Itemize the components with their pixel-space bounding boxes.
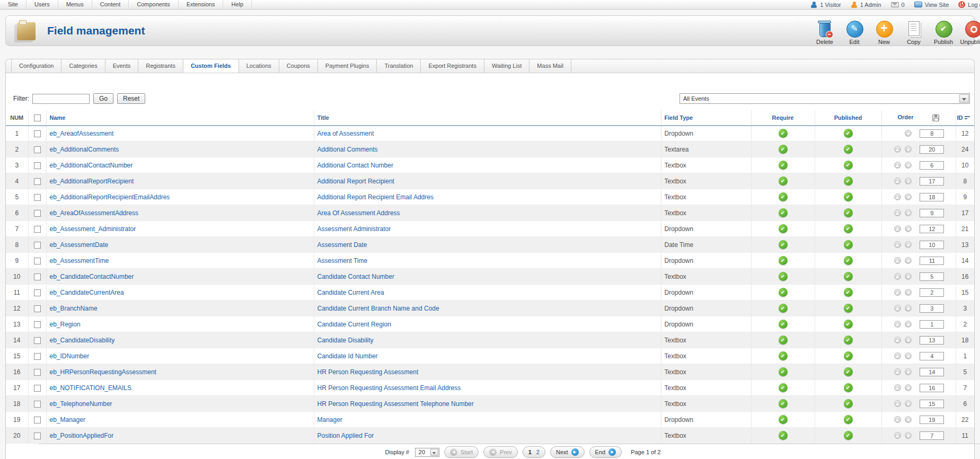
field-title-link[interactable]: Manager	[317, 416, 342, 423]
row-checkbox[interactable]	[34, 130, 41, 137]
require-check-icon[interactable]	[779, 224, 788, 233]
require-check-icon[interactable]	[779, 383, 788, 392]
order-input[interactable]: 11	[920, 257, 944, 265]
move-down-button[interactable]	[905, 416, 912, 423]
move-down-button[interactable]	[905, 146, 912, 153]
move-down-button[interactable]	[905, 384, 912, 391]
row-checkbox[interactable]	[34, 194, 41, 201]
field-name-link[interactable]: eb_AdditionalReportRecipientEmailAddres	[50, 193, 170, 201]
move-down-button[interactable]	[905, 273, 912, 280]
field-name-link[interactable]: eb_Region	[50, 321, 81, 328]
move-up-button[interactable]	[894, 273, 901, 280]
row-checkbox[interactable]	[34, 210, 41, 217]
visitors-status[interactable]: 1 Visitor	[810, 2, 841, 8]
move-down-button[interactable]	[905, 209, 912, 216]
tab[interactable]: Configuration	[11, 59, 61, 73]
display-count-select[interactable]: 20	[415, 448, 439, 457]
top-menu-item[interactable]: Content	[92, 0, 129, 9]
tab[interactable]: Categories	[61, 59, 105, 73]
row-checkbox[interactable]	[34, 258, 41, 264]
top-menu-item[interactable]: Site	[0, 0, 27, 9]
tab[interactable]: Mass Mail	[529, 59, 571, 73]
field-title-link[interactable]: Position Applied For	[317, 432, 374, 439]
tab[interactable]: Events	[105, 59, 139, 73]
field-name-link[interactable]: eb_PositionAppliedFor	[50, 432, 114, 439]
published-check-icon[interactable]	[844, 336, 853, 345]
prev-button[interactable]: Prev	[483, 446, 518, 458]
row-checkbox[interactable]	[34, 432, 41, 439]
edit-button[interactable]: Edit	[840, 20, 869, 45]
published-check-icon[interactable]	[844, 129, 853, 138]
field-title-link[interactable]: Candidate Current Region	[317, 321, 391, 328]
published-check-icon[interactable]	[844, 224, 853, 233]
move-down-button[interactable]	[905, 225, 912, 232]
field-title-link[interactable]: Candidate Current Branch Name and Code	[317, 305, 439, 312]
order-input[interactable]: 4	[920, 352, 944, 360]
field-name-link[interactable]: eb_AdditionalContactNumber	[50, 162, 133, 169]
order-input[interactable]: 3	[920, 304, 944, 313]
move-down-button[interactable]	[905, 400, 912, 407]
publish-button[interactable]: Publish	[929, 20, 958, 45]
move-down-button[interactable]	[905, 241, 912, 248]
unpublish-button[interactable]: Unpublish	[958, 20, 980, 45]
top-menu-item[interactable]: Users	[27, 0, 58, 9]
move-down-button[interactable]	[905, 305, 912, 312]
order-input[interactable]: 19	[920, 416, 944, 424]
require-check-icon[interactable]	[779, 351, 788, 360]
field-title-link[interactable]: Candidate Id Number	[317, 352, 378, 360]
field-name-link[interactable]: eb_Manager	[50, 416, 85, 423]
field-title-link[interactable]: Additional Report Recipient Email Addres	[317, 193, 434, 201]
published-check-icon[interactable]	[844, 367, 853, 376]
save-order-icon[interactable]	[932, 114, 939, 121]
row-checkbox[interactable]	[34, 305, 41, 312]
page-number-link[interactable]: 2	[536, 449, 540, 455]
require-check-icon[interactable]	[779, 192, 788, 201]
move-up-button[interactable]	[894, 225, 901, 232]
move-down-button[interactable]	[905, 432, 912, 439]
select-all-checkbox[interactable]	[34, 114, 41, 121]
tab[interactable]: Locations	[239, 59, 279, 73]
copy-button[interactable]: Copy	[899, 20, 929, 45]
row-checkbox[interactable]	[34, 226, 41, 233]
header-require[interactable]: Require	[751, 110, 815, 126]
field-title-link[interactable]: Assessment Date	[317, 241, 367, 249]
field-title-link[interactable]: HR Person Requesting Assessment Email Ad…	[317, 384, 461, 392]
logout-link[interactable]: Log out	[958, 1, 980, 8]
field-title-link[interactable]: Assessment Administrator	[317, 225, 391, 233]
move-down-button[interactable]	[905, 178, 912, 184]
move-up-button[interactable]	[894, 305, 901, 312]
move-up-button[interactable]	[894, 146, 901, 153]
page-number-link[interactable]: 1	[528, 449, 532, 455]
row-checkbox[interactable]	[34, 146, 41, 153]
end-button[interactable]: End	[589, 446, 622, 458]
require-check-icon[interactable]	[779, 256, 788, 265]
published-check-icon[interactable]	[844, 256, 853, 265]
move-up-button[interactable]	[894, 178, 901, 184]
published-check-icon[interactable]	[844, 415, 853, 424]
published-check-icon[interactable]	[844, 240, 853, 249]
move-down-button[interactable]	[905, 162, 912, 169]
field-title-link[interactable]: Candidate Contact Number	[317, 273, 394, 280]
order-input[interactable]: 5	[920, 272, 944, 281]
field-name-link[interactable]: eb_NOTIFICATION_EMAILS	[50, 384, 131, 392]
header-title[interactable]: Title	[314, 110, 661, 126]
top-menu-item[interactable]: Help	[223, 0, 252, 9]
require-check-icon[interactable]	[779, 367, 788, 376]
move-down-button[interactable]	[905, 289, 912, 296]
top-menu-item[interactable]: Components	[129, 0, 178, 9]
require-check-icon[interactable]	[779, 240, 788, 249]
row-checkbox[interactable]	[34, 417, 41, 423]
order-input[interactable]: 18	[920, 193, 944, 201]
order-input[interactable]: 12	[920, 225, 944, 233]
tab[interactable]: Registrants	[138, 59, 183, 73]
top-menu-item[interactable]: Extensions	[179, 0, 224, 9]
published-check-icon[interactable]	[844, 431, 853, 440]
require-check-icon[interactable]	[779, 272, 788, 281]
order-input[interactable]: 13	[920, 336, 944, 345]
order-input[interactable]: 20	[920, 145, 944, 154]
header-id[interactable]: ID	[956, 110, 974, 126]
tab[interactable]: Export Registrants	[421, 59, 484, 73]
published-check-icon[interactable]	[844, 161, 853, 170]
order-input[interactable]: 1	[920, 320, 944, 329]
field-name-link[interactable]: eb_CandidateDisability	[50, 337, 115, 344]
